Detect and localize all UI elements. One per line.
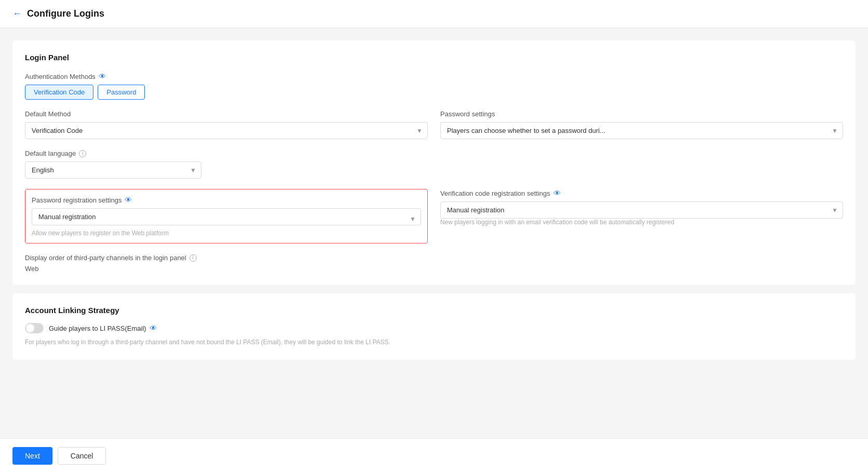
password-settings-label: Password settings — [440, 110, 843, 118]
registration-settings-row: Password registration settings 👁 Manual … — [25, 189, 843, 244]
footer-bar: Next Cancel — [0, 438, 868, 473]
back-button[interactable]: ← — [12, 8, 22, 19]
page-header: ← Configure Logins — [0, 0, 868, 28]
content-area: Login Panel Authentication Methods 👁 Ver… — [0, 28, 868, 438]
default-language-select-wrapper: English Chinese French German Japanese ▼ — [25, 161, 201, 179]
verification-reg-label: Verification code registration settings … — [440, 189, 843, 197]
password-settings-select-wrapper: Players can choose whether to set a pass… — [440, 122, 843, 139]
default-language-label: Default language i — [25, 150, 201, 157]
auth-methods-eye-icon[interactable]: 👁 — [99, 72, 106, 80]
web-label: Web — [25, 265, 843, 273]
guide-toggle-row: Guide players to LI PASS(Email) 👁 — [25, 323, 843, 333]
third-party-text: Display order of third-party channels in… — [25, 254, 186, 262]
guide-description: For players who log in through a third-p… — [25, 337, 843, 347]
page-title: Configure Logins — [27, 8, 104, 19]
default-method-select-wrapper: Verification Code Password ▼ — [25, 122, 428, 139]
password-settings-select[interactable]: Players can choose whether to set a pass… — [440, 122, 843, 139]
verification-reg-hint: New players logging in with an email ver… — [440, 219, 843, 226]
password-registration-box: Password registration settings 👁 Manual … — [25, 189, 428, 244]
guide-toggle[interactable] — [25, 323, 44, 333]
verification-code-button[interactable]: Verification Code — [25, 85, 93, 100]
guide-toggle-label: Guide players to LI PASS(Email) 👁 — [49, 324, 157, 332]
login-panel-title: Login Panel — [25, 53, 843, 62]
third-party-section: Display order of third-party channels in… — [25, 254, 843, 273]
verification-reg-select-wrapper: Manual registration Automatic registrati… — [440, 201, 843, 219]
verification-reg-text: Verification code registration settings — [440, 190, 550, 197]
page-wrapper: ← Configure Logins Login Panel Authentic… — [0, 0, 868, 473]
guide-eye-icon[interactable]: 👁 — [150, 324, 157, 332]
auth-methods-text: Authentication Methods — [25, 73, 96, 80]
cancel-button[interactable]: Cancel — [58, 447, 106, 465]
verification-reg-eye-icon[interactable]: 👁 — [553, 189, 561, 197]
password-reg-select[interactable]: Manual registration Automatic registrati… — [32, 208, 421, 225]
password-reg-text: Password registration settings — [32, 196, 121, 204]
next-button[interactable]: Next — [12, 447, 52, 465]
auth-methods-buttons: Verification Code Password — [25, 85, 843, 100]
verification-reg-select[interactable]: Manual registration Automatic registrati… — [440, 201, 843, 219]
password-reg-label: Password registration settings 👁 — [32, 196, 421, 204]
default-language-info-icon[interactable]: i — [79, 150, 86, 157]
password-reg-select-wrapper: Manual registration Automatic registrati… — [32, 208, 421, 229]
third-party-label: Display order of third-party channels in… — [25, 254, 843, 262]
verification-registration-box: Verification code registration settings … — [440, 189, 843, 244]
auth-methods-label: Authentication Methods 👁 — [25, 72, 843, 80]
default-method-select[interactable]: Verification Code Password — [25, 122, 428, 139]
default-language-text: Default language — [25, 150, 76, 157]
default-language-group: Default language i English Chinese Frenc… — [25, 150, 201, 179]
password-button[interactable]: Password — [98, 85, 145, 100]
password-reg-hint: Allow new players to register on the Web… — [32, 229, 421, 237]
login-panel-card: Login Panel Authentication Methods 👁 Ver… — [12, 40, 856, 285]
guide-toggle-text: Guide players to LI PASS(Email) — [49, 325, 146, 332]
third-party-info-icon[interactable]: i — [189, 254, 197, 262]
default-method-label: Default Method — [25, 110, 428, 118]
password-settings-group: Password settings Players can choose whe… — [440, 110, 843, 139]
account-linking-title: Account Linking Strategy — [25, 306, 843, 315]
account-linking-card: Account Linking Strategy Guide players t… — [12, 293, 856, 360]
default-language-select[interactable]: English Chinese French German Japanese — [25, 161, 201, 179]
default-method-group: Default Method Verification Code Passwor… — [25, 110, 428, 139]
password-reg-eye-icon[interactable]: 👁 — [125, 196, 132, 204]
default-method-row: Default Method Verification Code Passwor… — [25, 110, 843, 139]
